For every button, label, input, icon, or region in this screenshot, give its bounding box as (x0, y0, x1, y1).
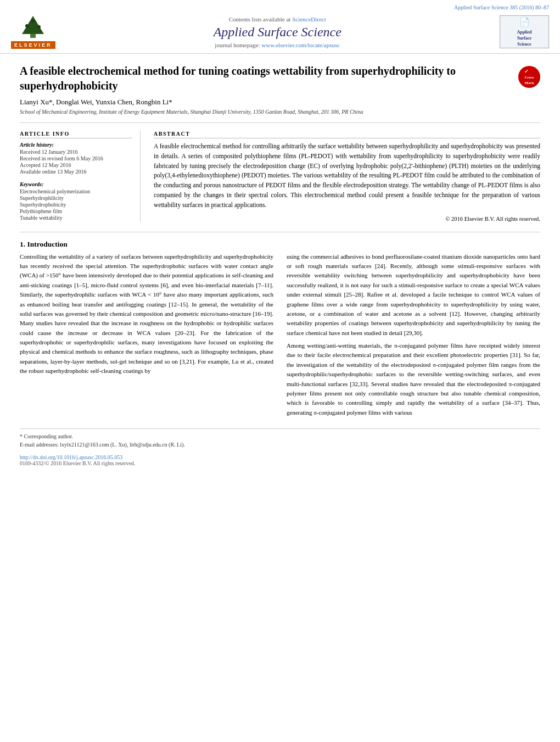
journal-reference: Applied Surface Science 385 (2016) 80–87 (454, 4, 549, 10)
intro-right-para-2: Among wetting/anti-wetting materials, th… (287, 341, 540, 417)
keyword-2: Superhydrophilicity (20, 195, 132, 201)
article-info-col: ARTICLE INFO Article history: Received 1… (20, 131, 141, 222)
intro-left-col: Controlling the wettability of a variety… (20, 252, 273, 421)
journal-title: Applied Surface Science (55, 25, 500, 40)
svg-point-4 (25, 24, 29, 27)
accepted: Accepted 12 May 2016 (20, 162, 132, 168)
article-info-header: ARTICLE INFO (20, 131, 132, 138)
received-1: Received 12 January 2016 (20, 149, 132, 155)
footnote-corresponding: * Corresponding author. (20, 432, 540, 440)
keywords-label: Keywords: (20, 181, 132, 187)
keywords-section: Keywords: Electrochemical polymerization… (20, 181, 132, 221)
homepage-link[interactable]: www.elsevier.com/locate/apsusc (261, 42, 340, 48)
sciencedirect-link[interactable]: ScienceDirect (292, 16, 326, 23)
section-1-title: 1. Introduction (20, 240, 540, 249)
issn-line: 0169-4332/© 2016 Elsevier B.V. All right… (20, 460, 540, 466)
keyword-4: Polythiophene film (20, 208, 132, 214)
divider-1 (20, 122, 540, 123)
svg-point-5 (37, 25, 41, 29)
elsevier-tree-icon (14, 15, 52, 40)
abstract-text: A feasible electrochemical method for co… (154, 142, 540, 210)
paper-title: A feasible electrochemical method for tu… (20, 64, 513, 93)
intro-right-para-1: using the commercial adhesives to bond p… (287, 252, 540, 338)
journal-ref-top: Applied Surface Science 385 (2016) 80–87 (11, 4, 549, 10)
divider-2 (20, 232, 540, 232)
abstract-header: ABSTRACT (154, 131, 540, 138)
sciencedirect-line: Contents lists available at ScienceDirec… (55, 16, 500, 23)
intro-two-col: Controlling the wettability of a variety… (20, 252, 540, 421)
main-content: A feasible electrochemical method for tu… (0, 54, 560, 477)
journal-logo-box: 📄 Applied Surface Science (500, 15, 549, 48)
keyword-5: Tunable wettability (20, 215, 132, 221)
svg-point-6 (32, 20, 35, 23)
page-container: Applied Surface Science 385 (2016) 80–87… (0, 0, 560, 742)
title-block: A feasible electrochemical method for tu… (20, 64, 513, 98)
header-middle: ELSEVIER Contents lists available at Sci… (11, 13, 549, 51)
elsevier-brand-label: ELSEVIER (11, 41, 55, 49)
intro-right-col: using the commercial adhesives to bond p… (287, 252, 540, 421)
authors: Lianyi Xu*, Donglai Wei, Yunxia Chen, Ro… (20, 98, 540, 107)
elsevier-logo: ELSEVIER (11, 15, 55, 49)
copyright-line: © 2016 Elsevier B.V. All rights reserved… (154, 216, 540, 222)
journal-logo-text: 📄 Applied Surface Science (517, 16, 531, 48)
keyword-1: Electrochemical polymerization (20, 188, 132, 194)
footnote-emails: E-mail addresses: lxylx21121@163.com (L.… (20, 440, 540, 449)
footer-links: http://dx.doi.org/10.1016/j.apsusc.2016.… (20, 454, 540, 466)
doi-link[interactable]: http://dx.doi.org/10.1016/j.apsusc.2016.… (20, 454, 540, 460)
crossmark-icon[interactable]: ✓CrossMark (518, 66, 540, 88)
available-online: Available online 13 May 2016 (20, 169, 132, 175)
intro-left-para-1: Controlling the wettability of a variety… (20, 252, 273, 376)
keyword-3: Superhydrophobicity (20, 202, 132, 208)
title-area: A feasible electrochemical method for tu… (20, 64, 540, 98)
abstract-col: ABSTRACT A feasible electrochemical meth… (154, 131, 540, 222)
received-revised: Received in revised form 6 May 2016 (20, 155, 132, 161)
journal-center: Contents lists available at ScienceDirec… (55, 16, 500, 48)
header: Applied Surface Science 385 (2016) 80–87… (0, 0, 560, 54)
article-history-label: Article history: (20, 142, 132, 148)
journal-homepage: journal homepage: www.elsevier.com/locat… (55, 42, 500, 48)
article-info-abstract: ARTICLE INFO Article history: Received 1… (20, 131, 540, 222)
footnote-area: * Corresponding author. E-mail addresses… (20, 428, 540, 449)
affiliation: School of Mechanical Engineering, Instit… (20, 109, 540, 115)
